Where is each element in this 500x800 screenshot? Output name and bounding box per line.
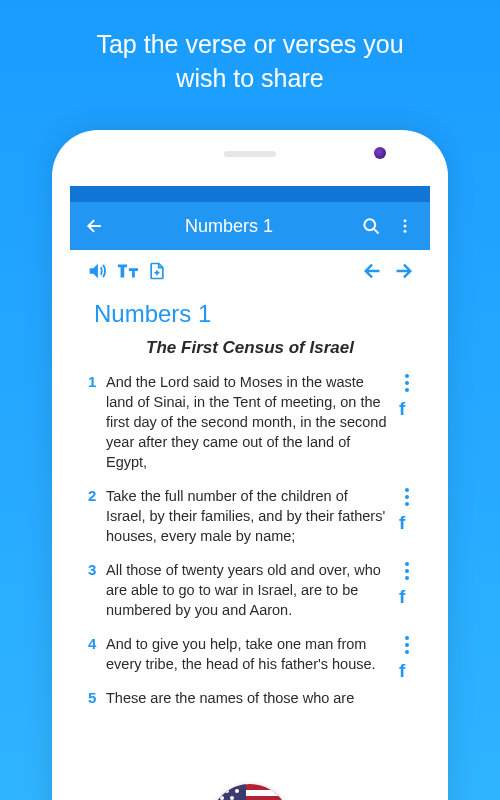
verse-number: 5 xyxy=(88,688,96,709)
reader-content[interactable]: Numbers 1 The First Census of Israel 1 A… xyxy=(70,292,430,736)
app-bar: Numbers 1 xyxy=(70,202,430,250)
more-vert-icon xyxy=(396,217,414,235)
prev-chapter-button[interactable] xyxy=(358,260,388,282)
speaker-grille xyxy=(224,151,276,157)
verse-actions: f xyxy=(399,486,414,529)
arrow-left-icon xyxy=(362,260,384,282)
speaker-icon xyxy=(86,260,108,282)
verse-actions: f xyxy=(399,372,414,415)
verse-number: 1 xyxy=(88,372,96,393)
verse-text: And to give you help, take one man from … xyxy=(106,636,376,672)
phone-screen: Numbers 1 xyxy=(70,186,430,800)
verse-more-button[interactable] xyxy=(403,560,411,582)
phone-frame: Numbers 1 xyxy=(52,130,448,800)
verse-text: And the Lord said to Moses in the waste … xyxy=(106,374,387,470)
promo-line2: wish to share xyxy=(40,62,460,96)
promo-caption: Tap the verse or verses you wish to shar… xyxy=(0,0,500,118)
verse-row[interactable]: 5 These are the names of those who are xyxy=(84,688,416,708)
text-size-icon xyxy=(115,260,139,282)
facebook-share-button[interactable]: f xyxy=(399,514,414,529)
svg-point-1 xyxy=(404,219,407,222)
toolbar xyxy=(70,250,430,292)
next-chapter-button[interactable] xyxy=(388,260,418,282)
search-button[interactable] xyxy=(354,216,388,236)
verse-more-button[interactable] xyxy=(403,486,411,508)
svg-point-15 xyxy=(220,796,224,800)
svg-point-16 xyxy=(230,796,234,800)
us-flag-icon xyxy=(210,784,290,800)
text-size-button[interactable] xyxy=(112,260,142,282)
arrow-right-icon xyxy=(392,260,414,282)
verse-more-button[interactable] xyxy=(403,372,411,394)
audio-button[interactable] xyxy=(82,260,112,282)
verse-row[interactable]: 1 And the Lord said to Moses in the wast… xyxy=(84,372,416,472)
facebook-share-button[interactable]: f xyxy=(399,588,414,603)
svg-point-13 xyxy=(225,789,229,793)
front-camera xyxy=(374,147,386,159)
section-heading: The First Census of Israel xyxy=(84,338,416,358)
verse-text: Take the full number of the children of … xyxy=(106,488,385,544)
verse-text: All those of twenty years old and over, … xyxy=(106,562,381,618)
verse-row[interactable]: 2 Take the full number of the children o… xyxy=(84,486,416,546)
note-add-button[interactable] xyxy=(142,261,172,281)
verse-row[interactable]: 3 All those of twenty years old and over… xyxy=(84,560,416,620)
verse-text: These are the names of those who are xyxy=(106,690,354,706)
facebook-share-button[interactable]: f xyxy=(399,662,414,677)
verse-actions: f xyxy=(399,560,414,603)
verse-number: 2 xyxy=(88,486,96,507)
facebook-share-button[interactable]: f xyxy=(399,400,414,415)
chapter-title: Numbers 1 xyxy=(94,300,416,328)
verse-more-button[interactable] xyxy=(403,634,411,656)
verse-row[interactable]: 4 And to give you help, take one man fro… xyxy=(84,634,416,674)
svg-point-12 xyxy=(215,789,219,793)
svg-point-2 xyxy=(404,225,407,228)
appbar-title: Numbers 1 xyxy=(104,216,354,237)
svg-point-0 xyxy=(364,219,375,230)
overflow-button[interactable] xyxy=(388,217,422,235)
note-add-icon xyxy=(147,261,167,281)
flag-badge[interactable] xyxy=(210,784,290,800)
status-bar xyxy=(70,186,430,202)
arrow-left-icon xyxy=(85,216,105,236)
promo-line1: Tap the verse or verses you xyxy=(40,28,460,62)
verse-number: 4 xyxy=(88,634,96,655)
verse-actions: f xyxy=(399,634,414,677)
phone-bezel-top xyxy=(52,130,448,174)
svg-point-3 xyxy=(404,230,407,233)
verse-number: 3 xyxy=(88,560,96,581)
search-icon xyxy=(361,216,381,236)
svg-point-14 xyxy=(235,789,239,793)
